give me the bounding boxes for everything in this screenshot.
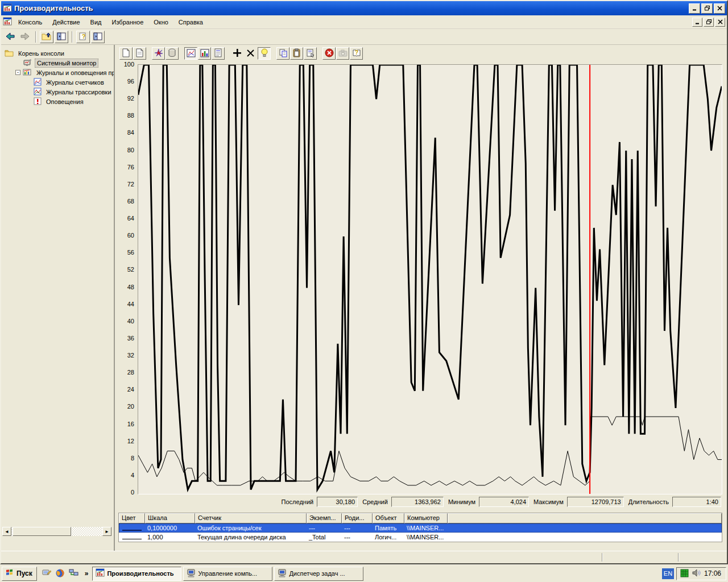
counter-color-sample xyxy=(122,530,142,531)
y-axis-label: 12 xyxy=(117,438,134,444)
language-indicator[interactable]: EN xyxy=(662,568,674,579)
highlight-button[interactable] xyxy=(258,47,271,60)
minimize-button[interactable] xyxy=(689,3,700,14)
column-header-color[interactable]: Цвет xyxy=(119,513,145,523)
delete-counter-button[interactable] xyxy=(244,47,257,60)
menu-item-favorites[interactable]: Избранное xyxy=(107,17,149,27)
quick-launch-firefox-button[interactable] xyxy=(55,568,66,579)
copy-properties-button[interactable] xyxy=(276,47,289,60)
y-axis-label: 76 xyxy=(117,164,134,171)
y-axis-label: 0 xyxy=(117,489,134,496)
y-axis-label: 52 xyxy=(117,266,134,273)
menu-item-action[interactable]: Действие xyxy=(47,17,85,27)
up-one-level-button[interactable] xyxy=(40,31,53,43)
console-window-icon xyxy=(3,17,12,27)
counter-row[interactable]: 0,1000000Ошибок страницы/сек------Память… xyxy=(119,523,722,533)
menu-item-view[interactable]: Вид xyxy=(85,17,107,27)
view-report-button[interactable] xyxy=(212,47,225,60)
svg-text:?: ? xyxy=(354,49,358,56)
start-button[interactable]: Пуск xyxy=(2,567,37,581)
restore-button[interactable] xyxy=(701,3,713,14)
volume-icon[interactable] xyxy=(692,569,701,578)
console-close-button[interactable] xyxy=(715,18,725,27)
clear-display-button[interactable] xyxy=(133,47,146,60)
menu-items: КонсольДействиеВидИзбранноеОкноСправка xyxy=(13,17,691,27)
tree-item-label: Корень консоли xyxy=(16,49,66,57)
column-header-fill[interactable] xyxy=(448,513,722,523)
task-button-task-manager[interactable]: Диспетчер задач ... xyxy=(274,567,363,581)
task-button-computer-management[interactable]: Управление компь... xyxy=(183,567,272,581)
network-activity-icon[interactable] xyxy=(680,569,689,579)
y-axis-label: 72 xyxy=(117,181,134,188)
console-minimize-button[interactable] xyxy=(692,18,702,27)
scroll-right-button[interactable]: ► xyxy=(102,527,111,536)
titlebar[interactable]: Производительность xyxy=(1,1,727,15)
task-button-label: Производительность xyxy=(107,570,173,577)
freeze-display-button[interactable] xyxy=(322,47,336,60)
tree-horizontal-scrollbar[interactable]: ◄► xyxy=(2,527,111,536)
menu-item-console[interactable]: Консоль xyxy=(13,17,47,27)
help-button[interactable]: ? xyxy=(350,47,363,60)
start-button-label: Пуск xyxy=(16,569,32,577)
y-axis-label: 48 xyxy=(117,284,134,290)
column-header-scale[interactable]: Шкала xyxy=(145,513,195,523)
view-log-data-button[interactable] xyxy=(166,47,179,60)
computer-icon xyxy=(278,569,287,579)
add-counter-button[interactable] xyxy=(230,47,243,60)
column-header-computer[interactable]: Компьютер xyxy=(404,513,448,523)
tree-item-label: Журналы трассировки xyxy=(44,88,113,96)
column-header-counter[interactable]: Счетчик xyxy=(195,513,307,523)
network-places-icon xyxy=(69,569,78,578)
helpbook-icon: ? xyxy=(352,48,361,59)
panes-icon xyxy=(57,32,66,41)
scroll-track[interactable] xyxy=(11,527,102,536)
quick-launch-overflow-chevron[interactable]: » xyxy=(84,569,91,577)
stat-last-label: Последний xyxy=(282,498,314,505)
tree-item-console-root[interactable]: Корень консоли xyxy=(1,48,114,58)
tree-item-alerts[interactable]: Оповещения xyxy=(1,97,114,106)
computer-icon xyxy=(187,569,196,579)
show-console-tree-button[interactable] xyxy=(55,31,68,43)
cell-computer: \\MAINSER... xyxy=(404,534,448,541)
forward-button xyxy=(18,31,32,43)
column-header-parent[interactable]: Роди... xyxy=(342,513,373,523)
column-header-instance[interactable]: Экземп... xyxy=(307,513,342,523)
forward-icon xyxy=(20,32,30,42)
plus-icon xyxy=(232,48,242,59)
task-button-performance[interactable]: Производительность xyxy=(92,567,181,581)
console-restore-button[interactable] xyxy=(704,18,714,27)
stat-maximum-label: Максимум xyxy=(533,498,564,505)
tree-item-logs-and-alerts[interactable]: -Журналы и оповещения про xyxy=(1,68,114,77)
view-graph-button[interactable] xyxy=(184,47,197,60)
hist-icon xyxy=(200,49,209,59)
properties-button[interactable] xyxy=(304,47,317,60)
back-button[interactable] xyxy=(3,31,17,43)
show-action-pane-button[interactable] xyxy=(91,31,105,43)
quick-launch-network-places-button[interactable] xyxy=(68,568,80,579)
column-header-object[interactable]: Объект xyxy=(373,513,404,523)
tree-item-counter-logs[interactable]: Журналы счетчиков xyxy=(1,77,114,87)
view-current-activity-button[interactable] xyxy=(152,47,165,60)
help-topics-button[interactable]: ? xyxy=(76,31,90,43)
camera-icon xyxy=(338,49,348,58)
scroll-left-button[interactable]: ◄ xyxy=(2,527,11,536)
view-histogram-button[interactable] xyxy=(198,47,211,60)
tree-item-system-monitor[interactable]: Системный монитор xyxy=(1,58,114,68)
bulb-icon xyxy=(260,48,268,59)
tree-item-label: Журналы счетчиков xyxy=(44,78,106,86)
new-counter-set-button[interactable] xyxy=(119,47,133,60)
tree-item-trace-logs[interactable]: Журналы трассировки xyxy=(1,87,114,97)
close-button[interactable] xyxy=(714,3,725,14)
menu-item-window[interactable]: Окно xyxy=(148,17,173,27)
quick-launch-show-desktop-button[interactable] xyxy=(41,568,52,579)
counterlog-icon xyxy=(34,78,42,87)
tray-zone: EN17:06 xyxy=(662,567,726,580)
counter-row[interactable]: 1,000Текущая длина очереди диска_Total--… xyxy=(119,533,722,542)
y-axis-label: 16 xyxy=(117,421,134,427)
paste-counter-list-button[interactable] xyxy=(290,47,303,60)
status-bar-divider xyxy=(678,553,679,562)
menu-item-help[interactable]: Справка xyxy=(173,17,208,27)
scroll-thumb[interactable] xyxy=(13,527,71,536)
collapse-icon[interactable]: - xyxy=(15,70,20,75)
svg-text:?: ? xyxy=(82,33,86,40)
